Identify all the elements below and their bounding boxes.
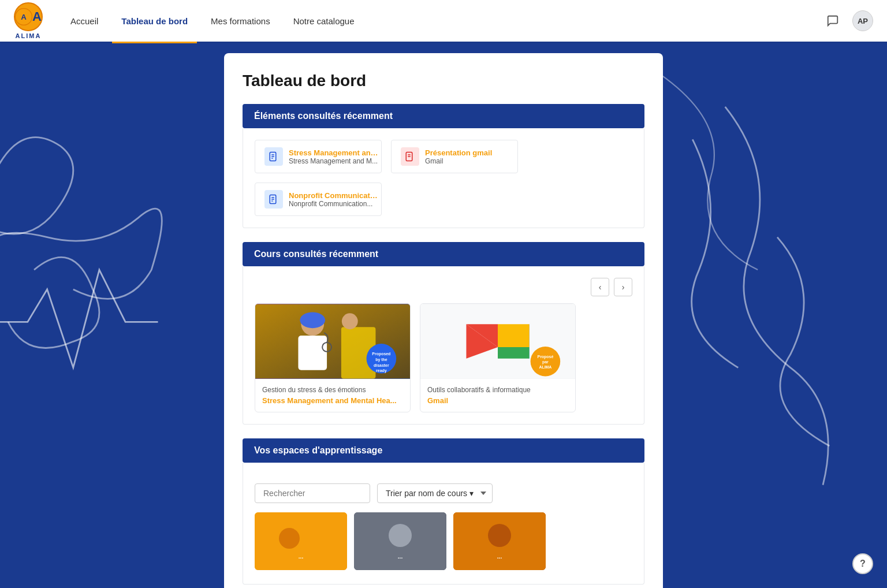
main-card: Tableau de bord Éléments consultés récem… — [224, 53, 663, 588]
course-0-name: Stress Management and Mental Hea... — [262, 396, 403, 405]
courses-nav: ‹ › — [255, 278, 632, 296]
chat-icon[interactable] — [822, 10, 843, 31]
svg-text:...: ... — [299, 553, 304, 560]
recent-items-list: Stress Management and ... Stress Managem… — [255, 140, 632, 216]
nav-mes-formations[interactable]: Mes formations — [202, 12, 279, 31]
svg-rect-35 — [255, 512, 347, 570]
svg-text:par: par — [542, 360, 549, 364]
page-title: Tableau de bord — [243, 72, 644, 90]
svg-marker-30 — [498, 347, 530, 359]
logo-icon: A — [14, 2, 43, 31]
svg-text:...: ... — [497, 553, 502, 560]
svg-marker-29 — [498, 324, 530, 347]
recent-item-0-icon — [264, 147, 283, 166]
thumb-card-1[interactable]: ... — [354, 512, 446, 570]
recent-item-1[interactable]: Présentation gmail Gmail — [391, 140, 518, 173]
course-card-0[interactable]: Proposed by the disaster ready Gestion d… — [255, 303, 411, 412]
sort-select[interactable]: Trier par nom de cours ▾ — [377, 483, 493, 503]
recent-item-2-title: Nonprofit Communicati... — [289, 191, 378, 200]
svg-text:Proposed: Proposed — [372, 352, 390, 356]
nav-notre-catalogue[interactable]: Notre catalogue — [284, 12, 364, 31]
svg-text:by the: by the — [375, 358, 387, 362]
thumbnails-row: ... ... ... — [255, 512, 632, 570]
logo-text: ALIMA — [16, 32, 42, 39]
recent-courses-header: Cours consultés récemment — [243, 242, 644, 266]
learning-spaces-section: Vos espaces d'apprentissage Trier par no… — [243, 438, 644, 585]
recent-item-1-title: Présentation gmail — [425, 148, 492, 157]
svg-rect-16 — [298, 336, 327, 370]
course-0-category: Gestion du stress & des émotions — [262, 386, 403, 394]
svg-point-42 — [488, 524, 511, 547]
course-1-category: Outils collaboratifs & informatique — [427, 386, 568, 394]
main-nav: Accueil Tableau de bord Mes formations N… — [61, 12, 822, 31]
svg-point-39 — [389, 524, 412, 547]
course-1-name: Gmail — [427, 396, 568, 405]
header-right: AP — [822, 10, 873, 31]
recent-courses-body: ‹ › — [243, 266, 644, 425]
svg-text:Proposé: Proposé — [538, 355, 554, 359]
recent-item-1-sub: Gmail — [425, 157, 492, 165]
svg-point-15 — [300, 312, 325, 328]
learning-spaces-header: Vos espaces d'apprentissage — [243, 438, 644, 463]
recent-item-2[interactable]: Nonprofit Communicati... Nonprofit Commu… — [255, 183, 382, 216]
search-filter-row: Trier par nom de cours ▾ — [255, 483, 632, 503]
prev-button[interactable]: ‹ — [591, 278, 609, 296]
courses-grid: Proposed by the disaster ready Gestion d… — [255, 303, 632, 412]
svg-point-36 — [279, 528, 300, 549]
thumb-card-2[interactable]: ... — [453, 512, 546, 570]
background-area: Tableau de bord Éléments consultés récem… — [0, 42, 887, 588]
user-avatar[interactable]: AP — [852, 10, 873, 31]
next-button[interactable]: › — [614, 278, 632, 296]
recent-courses-section: Cours consultés récemment ‹ › — [243, 242, 644, 425]
search-input[interactable] — [255, 483, 370, 503]
course-thumb-1: Proposé par ALIMA — [420, 304, 575, 379]
nav-accueil[interactable]: Accueil — [61, 12, 107, 31]
recently-viewed-header: Éléments consultés récemment — [243, 104, 644, 128]
recently-viewed-section: Éléments consultés récemment — [243, 104, 644, 228]
nav-tableau-de-bord[interactable]: Tableau de bord — [112, 12, 197, 31]
recent-item-0-title: Stress Management and ... — [289, 148, 378, 157]
recent-item-2-sub: Nonprofit Communication... — [289, 200, 378, 208]
recent-item-1-icon — [401, 147, 419, 166]
svg-text:disaster: disaster — [374, 363, 389, 367]
svg-text:A: A — [21, 13, 27, 21]
svg-text:ALIMA: ALIMA — [539, 365, 551, 369]
recently-viewed-body: Stress Management and ... Stress Managem… — [243, 128, 644, 228]
recent-item-0-sub: Stress Management and M... — [289, 157, 378, 165]
thumb-card-0[interactable]: ... — [255, 512, 347, 570]
svg-text:...: ... — [398, 553, 403, 560]
recent-item-2-icon — [264, 190, 283, 209]
course-card-1[interactable]: Proposé par ALIMA Outils collaboratifs &… — [420, 303, 576, 412]
learning-spaces-body: Trier par nom de cours ▾ ... — [243, 463, 644, 585]
recent-item-0[interactable]: Stress Management and ... Stress Managem… — [255, 140, 382, 173]
svg-point-19 — [342, 313, 358, 329]
header: A ALIMA Accueil Tableau de bord Mes form… — [0, 0, 887, 42]
logo[interactable]: A ALIMA — [14, 2, 43, 39]
help-button[interactable]: ? — [852, 553, 873, 574]
course-thumb-0: Proposed by the disaster ready — [255, 304, 410, 379]
svg-text:ready: ready — [376, 369, 387, 373]
